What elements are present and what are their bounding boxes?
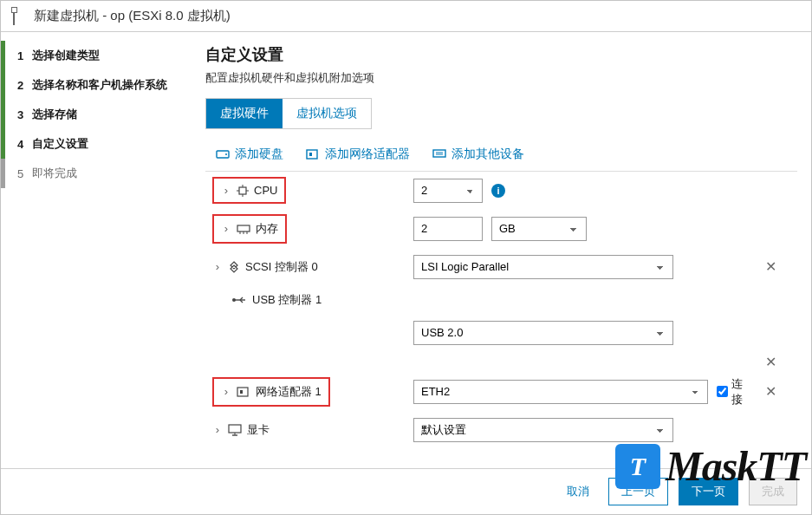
hw-row-usb-controller: USB 控制器 1 [205,286,797,314]
wizard-step-finish[interactable]: 5 即将完成 [1,159,193,188]
nic-network-select[interactable]: ETH2 [413,380,708,404]
scsi-icon [228,261,240,273]
wizard-step-customize[interactable]: 4 自定义设置 [1,129,193,159]
memory-icon [237,224,250,234]
svg-rect-3 [309,153,312,156]
usb-icon [231,296,247,304]
svg-rect-4 [433,150,445,157]
cpu-count-select[interactable]: 2 [413,179,483,203]
remove-usb-icon[interactable]: ✕ [762,354,780,370]
wizard-step-name-os[interactable]: 2 选择名称和客户机操作系统 [1,70,193,100]
nic-connect-checkbox[interactable]: 连接 [717,376,753,407]
gpu-select[interactable]: 默认设置 [413,418,673,442]
hw-row-memory: › 内存 GB [205,210,797,248]
tab-virtual-hardware[interactable]: 虚拟硬件 [206,99,283,128]
expand-icon[interactable]: › [212,423,223,436]
tabs: 虚拟硬件 虚拟机选项 [205,98,372,129]
scsi-type-select[interactable]: LSI Logic Parallel [413,255,673,279]
hardware-toolbar: 添加硬盘 添加网络适配器 添加其他设备 [205,138,797,171]
cancel-button[interactable]: 取消 [567,484,589,499]
next-button[interactable]: 下一页 [679,478,738,505]
main-panel: 自定义设置 配置虚拟机硬件和虚拟机附加选项 虚拟硬件 虚拟机选项 添加硬盘 添加… [193,32,811,468]
memory-label: 内存 [256,221,278,237]
page-heading: 自定义设置 [205,44,797,65]
nic-label: 网络适配器 1 [256,384,322,400]
nic-icon [237,386,250,398]
back-button[interactable]: 上一页 [608,478,668,505]
highlight-cpu: › CPU [212,177,286,204]
info-icon[interactable]: i [491,184,505,198]
add-other-device-link[interactable]: 添加其他设备 [432,147,524,162]
remove-nic-icon[interactable]: ✕ [762,383,780,400]
expand-icon[interactable]: › [221,222,231,235]
expand-icon[interactable]: › [221,184,231,197]
svg-rect-21 [240,390,243,394]
add-disk-link[interactable]: 添加硬盘 [216,147,283,162]
add-nic-link[interactable]: 添加网络适配器 [306,147,410,162]
step-label: 选择存储 [32,107,77,122]
hw-row-cpu: › CPU 2 i [205,172,797,210]
highlight-memory: › 内存 [212,214,287,244]
disk-icon [216,148,230,160]
expand-icon[interactable]: › [221,385,231,398]
remove-scsi-icon[interactable]: ✕ [762,258,780,275]
device-icon [432,148,446,160]
wizard-step-storage[interactable]: 3 选择存储 [1,100,193,129]
gpu-label: 显卡 [247,422,270,438]
svg-rect-12 [237,225,250,231]
svg-rect-7 [239,187,246,194]
tab-vm-options[interactable]: 虚拟机选项 [283,99,371,128]
step-label: 选择名称和客户机操作系统 [32,77,167,93]
hardware-list: › CPU 2 i › 内存 [205,171,797,449]
wizard-step-create-type[interactable]: 1 选择创建类型 [1,41,193,70]
scsi-label: SCSI 控制器 0 [245,259,318,275]
hw-row-scsi: › SCSI 控制器 0 LSI Logic Parallel ✕ [205,248,797,286]
cpu-label: CPU [254,184,277,197]
highlight-nic: › 网络适配器 1 [212,377,330,407]
dialog-footer: 取消 上一页 下一页 完成 [1,468,811,514]
dialog-title: 新建虚拟机 - op (ESXi 8.0 虚拟机) [34,8,231,24]
svg-point-1 [225,153,227,155]
usb-type-select[interactable]: USB 2.0 [413,321,673,345]
usb-controller-label: USB 控制器 1 [252,292,322,308]
hw-row-usb-type: USB 2.0 [205,314,797,352]
finish-button[interactable]: 完成 [749,478,797,505]
hw-row-usb-remove: ✕ [205,352,797,373]
wizard-sidebar: 1 选择创建类型 2 选择名称和客户机操作系统 3 选择存储 4 自定义设置 5… [1,32,193,468]
cpu-icon [237,185,249,197]
memory-value-input[interactable] [413,217,483,241]
expand-icon[interactable]: › [212,260,223,273]
page-description: 配置虚拟机硬件和虚拟机附加选项 [205,70,797,86]
vm-icon [13,10,29,23]
step-label: 选择创建类型 [32,48,100,63]
nic-icon [306,148,320,160]
step-label: 自定义设置 [32,136,88,152]
memory-unit-select[interactable]: GB [491,217,587,241]
nic-connect-input[interactable] [717,386,728,397]
hw-row-nic: › 网络适配器 1 ETH2 连接 ✕ [205,373,797,411]
svg-rect-22 [229,425,241,433]
step-label: 即将完成 [32,166,77,181]
hw-row-gpu: › 显卡 默认设置 [205,411,797,449]
display-icon [228,424,242,436]
dialog-titlebar: 新建虚拟机 - op (ESXi 8.0 虚拟机) [1,1,811,31]
